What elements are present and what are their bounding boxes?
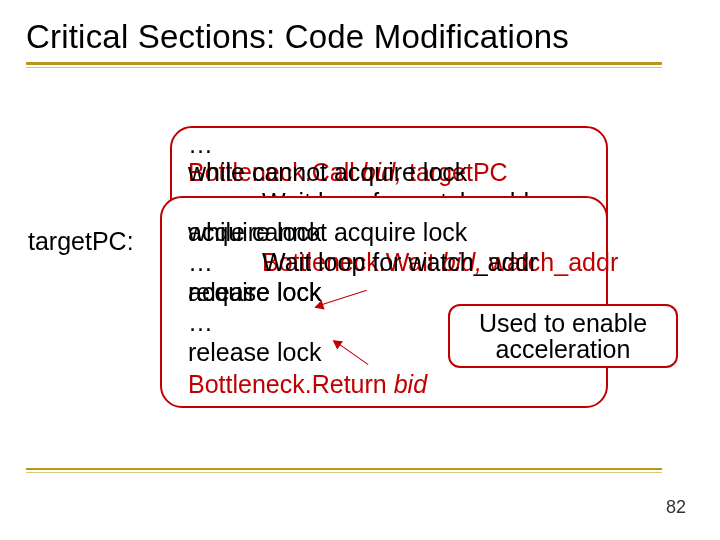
content-area: targetPC: … Bottleneck.Call bid, targetP… — [30, 118, 690, 438]
front-line4-overlap: release lock — [188, 278, 321, 307]
slide: Critical Sections: Code Modifications ta… — [0, 0, 720, 540]
callout-text: Used to enable acceleration — [458, 310, 668, 363]
dots-1: … — [188, 130, 213, 159]
callout-box: Used to enable acceleration — [448, 304, 678, 368]
targetpc-label: targetPC: — [28, 227, 134, 256]
front-line3-overlap: Wait loop for watch_addr — [262, 248, 538, 277]
dots-3: … — [188, 248, 213, 277]
page-number: 82 — [666, 497, 686, 518]
back-line1-overlap: while cannot acquire lock — [188, 158, 467, 187]
bottom-rule-thin — [26, 472, 662, 473]
page-title: Critical Sections: Code Modifications — [26, 18, 694, 56]
front-line6: Bottleneck.Return bid — [188, 370, 427, 399]
front-line2-overlap: acquire lock — [188, 218, 321, 247]
bottom-rule — [26, 468, 662, 470]
return-red: Bottleneck.Return — [188, 370, 394, 398]
return-bid: bid — [394, 370, 427, 398]
front-line5: release lock — [188, 338, 321, 367]
title-rule-thin — [26, 67, 662, 68]
dots-4: … — [188, 308, 213, 337]
title-rule — [26, 62, 662, 65]
